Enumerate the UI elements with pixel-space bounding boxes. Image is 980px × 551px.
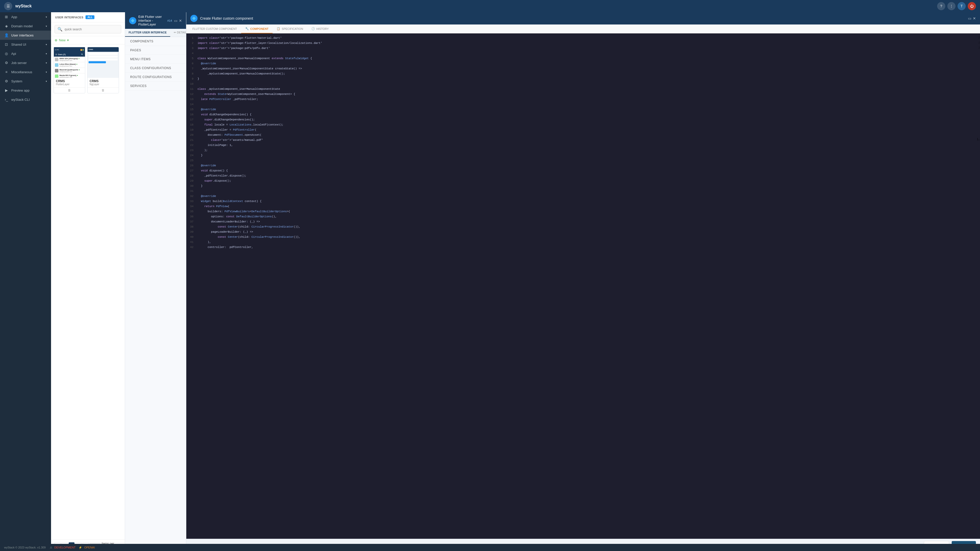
sidebar-item-job-server[interactable]: ⚙ Job server ▾ [0, 58, 51, 67]
component-tabs: FLUTTER CUSTOM COMPONENT 🔧 COMPONENT 📋 S… [186, 24, 372, 33]
code-line: 22 initialPage: 1, [186, 143, 372, 148]
code-line: 11class _WyCustomComponent_UserManualCom… [186, 86, 372, 92]
minimize-button[interactable]: ▭ [174, 19, 177, 23]
ui-list-header: USER INTERFACES ALL [51, 12, 125, 22]
code-line: 14 [186, 102, 372, 107]
code-line: 5class WyCustomComponent_UserManualCompo… [186, 56, 372, 61]
sidebar-item-api[interactable]: ◎ Api ▾ [0, 49, 51, 58]
api-icon: ◎ [4, 52, 9, 56]
job-server-icon: ⚙ [4, 61, 9, 65]
close-icon[interactable]: ✕ [179, 19, 182, 23]
search-row: 🔍 [51, 22, 125, 36]
history-icon: 🕐 [311, 27, 315, 30]
tab-flutter-custom-component[interactable]: FLUTTER CUSTOM COMPONENT [188, 24, 241, 33]
tab-component[interactable]: 🔧 COMPONENT [241, 24, 273, 33]
chevron-down-icon: ▾ [46, 52, 47, 55]
sidebar-item-app[interactable]: ⊞ App ▾ [0, 12, 51, 21]
sidebar-item-preview-app[interactable]: ▶ Preview app [0, 86, 51, 95]
app-logo: wyStack [15, 4, 32, 8]
card-delete[interactable]: 🗑 [54, 87, 85, 93]
code-line: 1import class='str'>'package:flutter/mat… [186, 35, 372, 41]
panel-header-actions: ▭ ✕ [174, 19, 182, 23]
card-info: CRMS NgLayer [88, 78, 119, 87]
menu-item-class-configurations[interactable]: CLASS CONFIGURATIONS [125, 64, 186, 73]
wrench-icon: 🔧 [245, 27, 249, 30]
main-area: USER INTERFACES ALL 🔍 ⊕ New ▾ 11: [51, 12, 372, 208]
cli-icon: ›_ [4, 97, 9, 102]
code-line: 4 [186, 51, 372, 56]
menu-item-services[interactable]: SERVICES [125, 82, 186, 91]
code-line: 9} [186, 76, 372, 81]
card-preview: CRMS [88, 47, 119, 78]
code-line: 2import class='str'>'package:flutter_lay… [186, 41, 372, 46]
tab-history[interactable]: 🕐 HISTORY [307, 24, 333, 33]
sidebar-item-wystack-cli[interactable]: ›_ wyStack CLI [0, 95, 51, 104]
app-icon: ⊞ [4, 15, 9, 19]
menu-item-components[interactable]: COMPONENTS [125, 37, 186, 46]
code-line: 6 @override [186, 61, 372, 66]
code-line: 30 } [186, 183, 372, 189]
flutter-icon [129, 17, 136, 24]
ui-list-title: USER INTERFACES [55, 16, 83, 19]
sidebar-item-system[interactable]: ⚙ System ▾ [0, 76, 51, 86]
new-button-label: New [59, 38, 65, 42]
edit-tabs: FLUTTER USER INTERFACE ✏ DETAILS [125, 29, 186, 37]
menu-item-route-configurations[interactable]: ROUTE CONFIGURATIONS [125, 73, 186, 82]
sidebar-item-user-interfaces[interactable]: 👤 User interfaces [0, 30, 51, 40]
code-line: 10 [186, 81, 372, 86]
chevron-down-icon: ▾ [46, 43, 47, 46]
search-input[interactable] [65, 27, 118, 31]
edit-menu-list: COMPONENTS PAGES MENU ITEMS CLASS CONFIG… [125, 37, 186, 208]
edit-ui-panel: Edit Flutter user interface - FlutterLay… [125, 12, 186, 208]
top-navigation: ☰ wyStack ? ⋮ T ⏻ [0, 0, 372, 12]
ui-card[interactable]: 11:45 📶🔋 ☰ Cars (7) 🔍 [54, 47, 85, 94]
code-line: 26 @override [186, 163, 372, 168]
search-box: 🔍 [55, 25, 121, 33]
code-editor[interactable]: 1import class='str'>'package:flutter/mat… [186, 33, 372, 208]
menu-item-pages[interactable]: PAGES [125, 46, 186, 55]
sidebar-item-miscellaneous[interactable]: ≡ Miscellaneous ▾ [0, 67, 51, 76]
code-line: 33 Widget build(BuildContext context) { [186, 199, 372, 204]
code-line: 8 _WyCustomComponent_UserManualComponent… [186, 71, 372, 76]
code-line: 24 } [186, 153, 372, 158]
edit-panel-badge: #14 [167, 19, 172, 22]
code-line: 19 _pdfController = PdfController( [186, 127, 372, 132]
menu-icon[interactable]: ☰ [4, 2, 12, 10]
code-line: 18 final locale = Localizations.localeOf… [186, 122, 372, 127]
card-layer: NgLayer [89, 83, 117, 86]
code-line: 20 document: PdfDocument.openAsset( [186, 132, 372, 138]
code-line: 7 _WyCustomComponent_UserManualComponent… [186, 66, 372, 71]
svg-marker-1 [192, 17, 196, 20]
all-badge: ALL [86, 15, 94, 19]
shared-ui-icon: ⊡ [4, 42, 9, 46]
chevron-down-icon: ▾ [46, 62, 47, 64]
user-interface-icon: 👤 [4, 33, 9, 37]
card-name: CRMS [56, 79, 83, 83]
code-line: 29 super.dispose(); [186, 178, 372, 183]
new-button[interactable]: ⊕ New ▾ [55, 38, 69, 42]
preview-icon: ▶ [4, 88, 9, 92]
tab-flutter-user-interface[interactable]: FLUTTER USER INTERFACE [125, 29, 170, 37]
code-line: 27 void dispose() { [186, 168, 372, 173]
component-icon [190, 15, 197, 22]
card-delete[interactable]: 🗑 [88, 87, 119, 93]
sidebar-item-shared-ui[interactable]: ⊡ Shared UI ▾ [0, 40, 51, 49]
sidebar-item-domain-model[interactable]: ◈ Domain model ▾ [0, 21, 51, 30]
card-name: CRMS [89, 79, 117, 83]
code-line: 15 @override [186, 107, 372, 112]
ui-cards-list: 11:45 📶🔋 ☰ Cars (7) 🔍 [51, 44, 125, 208]
ui-card[interactable]: CRMS CRMS NgLayer 🗑 [87, 47, 119, 94]
code-line: 23 ); [186, 148, 372, 153]
create-component-panel: Create Flutter custom component ▭ ✕ FLUT… [186, 12, 372, 208]
menu-item-menu-items[interactable]: MENU ITEMS [125, 55, 186, 64]
spec-icon: 📋 [277, 27, 280, 30]
tab-specification[interactable]: 📋 SPECIFICATION [272, 24, 307, 33]
new-button-row: ⊕ New ▾ [51, 36, 125, 44]
code-line: 28 _pdfController.dispose(); [186, 173, 372, 178]
card-info: CRMS FlutterLayer [54, 78, 85, 87]
code-line: 25 [186, 158, 372, 163]
domain-icon: ◈ [4, 24, 9, 28]
misc-icon: ≡ [4, 70, 9, 74]
code-line: 16 void didChangeDependencies() { [186, 112, 372, 117]
chevron-down-icon: ▾ [46, 80, 47, 83]
